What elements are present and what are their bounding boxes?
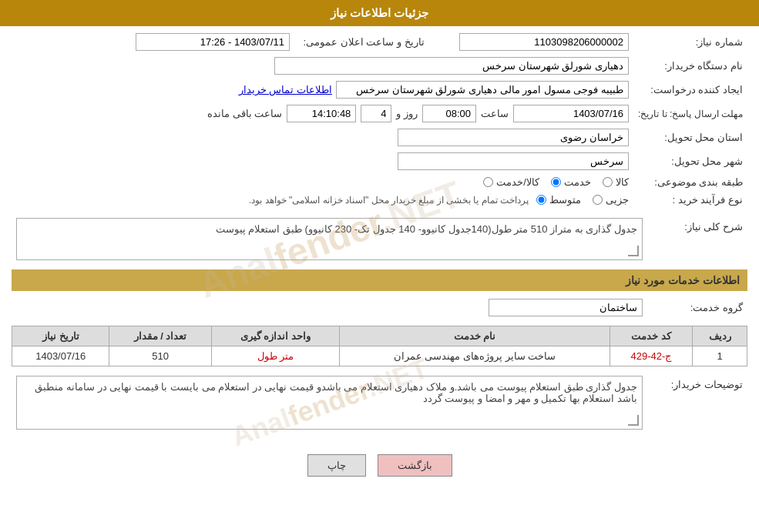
mohlat-baqi-input[interactable] <box>287 105 356 122</box>
tabaqe-kalakhedmat[interactable]: کالا/خدمت <box>483 176 539 188</box>
namdastgah-input[interactable] <box>274 57 629 75</box>
table-row: 1 ج-42-429 ساخت سایر پروژه‌های مهندسی عم… <box>12 346 747 366</box>
bottom-buttons: بازگشت چاپ <box>12 447 747 488</box>
tabaqe-khedmat-label: خدمت <box>564 176 591 188</box>
ostan-label: استان محل تحویل: <box>633 125 747 149</box>
cell-radif: 1 <box>693 346 747 366</box>
services-table: ردیف کد خدمت نام خدمت واحد اندازه گیری ت… <box>12 326 747 366</box>
col-date: تاریخ نیاز <box>12 326 109 346</box>
tozihat-content: Analfender.NET جدول گذاری طبق استعلام پی… <box>16 376 643 430</box>
sharh-table: شرح کلی نیاز: Analfender.NET جدول گذاری … <box>12 215 747 263</box>
idad-input[interactable] <box>336 81 629 99</box>
noefrayand-motavasset[interactable]: متوسط <box>536 194 581 206</box>
print-button[interactable]: چاپ <box>307 454 366 477</box>
noefrayand-jozi-radio[interactable] <box>593 195 603 205</box>
sharh-content: Analfender.NET جدول گذاری به متراز 510 م… <box>16 218 643 260</box>
shahr-input[interactable] <box>398 152 629 170</box>
col-name: نام خدمت <box>340 326 610 346</box>
shahr-label: شهر محل تحویل: <box>633 149 747 173</box>
mohlat-saat-input[interactable] <box>422 105 476 122</box>
tabaqe-kalakhedmat-label: کالا/خدمت <box>496 176 539 188</box>
roz-label: روز و <box>396 108 418 119</box>
col-unit: واحد اندازه گیری <box>211 326 340 346</box>
noefrayand-motavasset-label: متوسط <box>549 194 581 206</box>
noefrayand-note: پرداخت تمام یا بخشی از مبلغ خریدار محل "… <box>249 195 529 206</box>
tabaqe-kala-label: کالا <box>616 176 629 188</box>
saat-label: ساعت <box>481 108 509 119</box>
idad-label: ایجاد کننده درخواست: <box>633 78 747 102</box>
noefrayand-radio-group: جزیی متوسط <box>536 194 629 206</box>
col-code: کد خدمت <box>610 326 693 346</box>
tozihat-label: توضیحات خریدار: <box>647 373 747 440</box>
noefrayand-motavasset-radio[interactable] <box>536 195 546 205</box>
tozihat-text: جدول گذاری طبق استعلام پیوست می باشد.و م… <box>35 381 637 404</box>
col-count: تعداد / مقدار <box>109 326 211 346</box>
mohlat-roz-input[interactable] <box>361 105 391 122</box>
back-button[interactable]: بازگشت <box>378 454 452 477</box>
namdastgah-label: نام دستگاه خریدار: <box>633 54 747 78</box>
sharh-text: جدول گذاری به متراز 510 متر طول(140جدول … <box>216 223 637 235</box>
cell-unit: متر طول <box>211 346 340 366</box>
grohe-table: گروه خدمت: <box>12 296 747 320</box>
tabaqe-khedmat-radio[interactable] <box>551 177 561 187</box>
page-title: جزئیات اطلاعات نیاز <box>331 6 428 19</box>
cell-name: ساخت سایر پروژه‌های مهندسی عمران <box>340 346 610 366</box>
col-radif: ردیف <box>693 326 747 346</box>
tabaqe-label: طبقه بندی موضوعی: <box>633 173 747 191</box>
noefrayand-label: نوع فرآیند خرید : <box>633 191 747 209</box>
tozihat-table: توضیحات خریدار: Analfender.NET جدول گذار… <box>12 373 747 440</box>
cell-date: 1403/07/16 <box>12 346 109 366</box>
cell-count: 510 <box>109 346 211 366</box>
noefrayand-jozi-label: جزیی <box>606 194 629 206</box>
tarikh-label: تاریخ و ساعت اعلان عمومی: <box>294 30 433 54</box>
page-header: جزئیات اطلاعات نیاز <box>0 0 759 26</box>
baqi-label: ساعت باقی مانده <box>207 108 282 119</box>
info-table: شماره نیاز: تاریخ و ساعت اعلان عمومی: نا… <box>12 30 747 209</box>
tabaqe-khedmat[interactable]: خدمت <box>551 176 591 188</box>
mohlat-tarikh-input[interactable] <box>513 105 629 122</box>
tabaqe-kala[interactable]: کالا <box>603 176 629 188</box>
mohlat-label: مهلت ارسال پاسخ: تا تاریخ: <box>633 102 747 125</box>
grohe-label: گروه خدمت: <box>647 296 747 320</box>
etelaat-link[interactable]: اطلاعات تماس خریدار <box>239 84 332 95</box>
tarikh-input[interactable] <box>136 33 290 51</box>
noefrayand-jozi[interactable]: جزیی <box>593 194 629 206</box>
tabaqe-radio-group: کالا خدمت کالا/خدمت <box>16 176 629 188</box>
shomara-label: شماره نیاز: <box>633 30 747 54</box>
ostan-input[interactable] <box>398 129 629 146</box>
sharh-label: شرح کلی نیاز: <box>647 215 747 263</box>
watermark2: Analfender.NET <box>227 352 432 453</box>
tabaqe-kala-radio[interactable] <box>603 177 613 187</box>
cell-code: ج-42-429 <box>610 346 693 366</box>
grohe-input[interactable] <box>489 299 643 316</box>
shomara-input[interactable] <box>459 33 629 51</box>
services-section-header: اطلاعات خدمات مورد نیاز <box>12 269 747 291</box>
tabaqe-kalakhedmat-radio[interactable] <box>483 177 493 187</box>
